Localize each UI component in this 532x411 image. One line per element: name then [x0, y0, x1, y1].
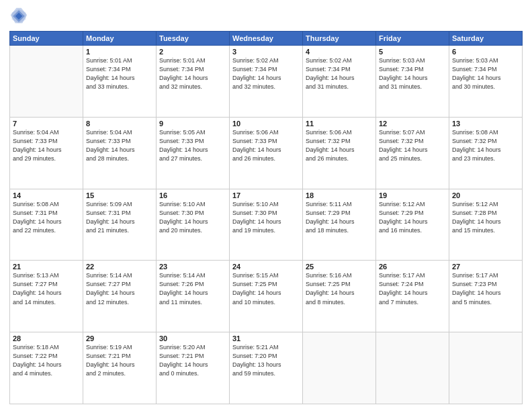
day-number: 2 — [159, 48, 226, 56]
day-cell — [303, 332, 376, 404]
day-info: Sunrise: 5:02 AMSunset: 7:34 PMDaylight:… — [306, 56, 373, 91]
day-info: Sunrise: 5:08 AMSunset: 7:32 PMDaylight:… — [452, 128, 519, 163]
header — [9, 7, 523, 26]
day-number: 11 — [306, 120, 373, 128]
day-info: Sunrise: 5:17 AMSunset: 7:24 PMDaylight:… — [379, 271, 446, 306]
day-info: Sunrise: 5:05 AMSunset: 7:33 PMDaylight:… — [159, 128, 226, 163]
day-cell: 15Sunrise: 5:09 AMSunset: 7:31 PMDayligh… — [83, 189, 157, 261]
day-cell: 29Sunrise: 5:19 AMSunset: 7:21 PMDayligh… — [83, 332, 157, 404]
day-number: 8 — [86, 120, 153, 128]
day-info: Sunrise: 5:09 AMSunset: 7:31 PMDaylight:… — [86, 200, 153, 235]
day-number: 3 — [232, 48, 300, 56]
day-info: Sunrise: 5:03 AMSunset: 7:34 PMDaylight:… — [379, 56, 446, 91]
day-cell: 16Sunrise: 5:10 AMSunset: 7:30 PMDayligh… — [157, 189, 230, 261]
day-cell: 2Sunrise: 5:01 AMSunset: 7:34 PMDaylight… — [157, 46, 230, 118]
day-info: Sunrise: 5:14 AMSunset: 7:26 PMDaylight:… — [159, 271, 226, 306]
day-cell: 3Sunrise: 5:02 AMSunset: 7:34 PMDaylight… — [230, 46, 303, 118]
day-cell: 10Sunrise: 5:06 AMSunset: 7:33 PMDayligh… — [230, 117, 303, 189]
day-number: 29 — [86, 334, 153, 342]
page: SundayMondayTuesdayWednesdayThursdayFrid… — [0, 0, 532, 411]
day-number: 28 — [13, 334, 80, 342]
day-cell: 8Sunrise: 5:04 AMSunset: 7:33 PMDaylight… — [83, 117, 157, 189]
weekday-header-tuesday: Tuesday — [157, 32, 230, 46]
calendar-body: 1Sunrise: 5:01 AMSunset: 7:34 PMDaylight… — [10, 46, 523, 404]
day-info: Sunrise: 5:08 AMSunset: 7:31 PMDaylight:… — [13, 200, 80, 235]
day-info: Sunrise: 5:01 AMSunset: 7:34 PMDaylight:… — [159, 56, 226, 91]
weekday-row: SundayMondayTuesdayWednesdayThursdayFrid… — [10, 32, 523, 46]
day-info: Sunrise: 5:12 AMSunset: 7:28 PMDaylight:… — [452, 200, 519, 235]
day-cell: 25Sunrise: 5:16 AMSunset: 7:25 PMDayligh… — [303, 261, 376, 332]
day-cell: 20Sunrise: 5:12 AMSunset: 7:28 PMDayligh… — [449, 189, 523, 261]
day-number: 7 — [13, 120, 80, 128]
day-info: Sunrise: 5:04 AMSunset: 7:33 PMDaylight:… — [13, 128, 80, 163]
weekday-header-saturday: Saturday — [449, 32, 523, 46]
day-cell: 31Sunrise: 5:21 AMSunset: 7:20 PMDayligh… — [230, 332, 303, 404]
day-cell: 14Sunrise: 5:08 AMSunset: 7:31 PMDayligh… — [10, 189, 83, 261]
week-row-1: 1Sunrise: 5:01 AMSunset: 7:34 PMDaylight… — [10, 46, 523, 118]
day-cell: 23Sunrise: 5:14 AMSunset: 7:26 PMDayligh… — [157, 261, 230, 332]
day-cell: 11Sunrise: 5:06 AMSunset: 7:32 PMDayligh… — [303, 117, 376, 189]
day-number: 14 — [13, 191, 80, 199]
day-number: 1 — [86, 48, 153, 56]
day-number: 15 — [86, 191, 153, 199]
day-cell: 9Sunrise: 5:05 AMSunset: 7:33 PMDaylight… — [157, 117, 230, 189]
logo-icon — [9, 7, 28, 26]
day-info: Sunrise: 5:16 AMSunset: 7:25 PMDaylight:… — [306, 271, 373, 306]
day-info: Sunrise: 5:01 AMSunset: 7:34 PMDaylight:… — [86, 56, 153, 91]
day-cell: 1Sunrise: 5:01 AMSunset: 7:34 PMDaylight… — [83, 46, 157, 118]
weekday-header-sunday: Sunday — [10, 32, 83, 46]
day-info: Sunrise: 5:12 AMSunset: 7:29 PMDaylight:… — [379, 200, 446, 235]
week-row-2: 7Sunrise: 5:04 AMSunset: 7:33 PMDaylight… — [10, 117, 523, 189]
day-info: Sunrise: 5:11 AMSunset: 7:29 PMDaylight:… — [306, 200, 373, 235]
day-info: Sunrise: 5:13 AMSunset: 7:27 PMDaylight:… — [13, 271, 80, 306]
weekday-header-monday: Monday — [83, 32, 157, 46]
day-info: Sunrise: 5:06 AMSunset: 7:33 PMDaylight:… — [232, 128, 300, 163]
day-cell: 18Sunrise: 5:11 AMSunset: 7:29 PMDayligh… — [303, 189, 376, 261]
day-cell: 19Sunrise: 5:12 AMSunset: 7:29 PMDayligh… — [376, 189, 449, 261]
day-info: Sunrise: 5:17 AMSunset: 7:23 PMDaylight:… — [452, 271, 519, 306]
day-number: 10 — [232, 120, 300, 128]
day-info: Sunrise: 5:07 AMSunset: 7:32 PMDaylight:… — [379, 128, 446, 163]
day-number: 4 — [306, 48, 373, 56]
day-number: 6 — [452, 48, 519, 56]
day-cell: 21Sunrise: 5:13 AMSunset: 7:27 PMDayligh… — [10, 261, 83, 332]
day-number: 5 — [379, 48, 446, 56]
day-cell: 12Sunrise: 5:07 AMSunset: 7:32 PMDayligh… — [376, 117, 449, 189]
day-number: 19 — [379, 191, 446, 199]
day-info: Sunrise: 5:02 AMSunset: 7:34 PMDaylight:… — [232, 56, 300, 91]
day-cell: 4Sunrise: 5:02 AMSunset: 7:34 PMDaylight… — [303, 46, 376, 118]
day-number: 12 — [379, 120, 446, 128]
day-cell: 22Sunrise: 5:14 AMSunset: 7:27 PMDayligh… — [83, 261, 157, 332]
day-info: Sunrise: 5:20 AMSunset: 7:21 PMDaylight:… — [159, 343, 226, 378]
day-info: Sunrise: 5:18 AMSunset: 7:22 PMDaylight:… — [13, 343, 80, 378]
weekday-header-friday: Friday — [376, 32, 449, 46]
day-info: Sunrise: 5:06 AMSunset: 7:32 PMDaylight:… — [306, 128, 373, 163]
day-number: 16 — [159, 191, 226, 199]
day-number: 20 — [452, 191, 519, 199]
day-info: Sunrise: 5:14 AMSunset: 7:27 PMDaylight:… — [86, 271, 153, 306]
day-cell: 7Sunrise: 5:04 AMSunset: 7:33 PMDaylight… — [10, 117, 83, 189]
weekday-header-thursday: Thursday — [303, 32, 376, 46]
week-row-4: 21Sunrise: 5:13 AMSunset: 7:27 PMDayligh… — [10, 261, 523, 332]
day-cell: 13Sunrise: 5:08 AMSunset: 7:32 PMDayligh… — [449, 117, 523, 189]
day-number: 31 — [232, 334, 300, 342]
day-cell — [376, 332, 449, 404]
day-cell: 6Sunrise: 5:03 AMSunset: 7:34 PMDaylight… — [449, 46, 523, 118]
day-number: 25 — [306, 263, 373, 271]
day-cell: 28Sunrise: 5:18 AMSunset: 7:22 PMDayligh… — [10, 332, 83, 404]
day-number: 21 — [13, 263, 80, 271]
day-cell: 27Sunrise: 5:17 AMSunset: 7:23 PMDayligh… — [449, 261, 523, 332]
day-info: Sunrise: 5:21 AMSunset: 7:20 PMDaylight:… — [232, 343, 300, 378]
logo — [9, 7, 31, 26]
day-number: 24 — [232, 263, 300, 271]
calendar-table: SundayMondayTuesdayWednesdayThursdayFrid… — [9, 31, 523, 404]
day-info: Sunrise: 5:15 AMSunset: 7:25 PMDaylight:… — [232, 271, 300, 306]
day-cell: 24Sunrise: 5:15 AMSunset: 7:25 PMDayligh… — [230, 261, 303, 332]
day-number: 18 — [306, 191, 373, 199]
day-number: 9 — [159, 120, 226, 128]
day-info: Sunrise: 5:19 AMSunset: 7:21 PMDaylight:… — [86, 343, 153, 378]
day-info: Sunrise: 5:10 AMSunset: 7:30 PMDaylight:… — [159, 200, 226, 235]
day-cell: 30Sunrise: 5:20 AMSunset: 7:21 PMDayligh… — [157, 332, 230, 404]
day-cell: 5Sunrise: 5:03 AMSunset: 7:34 PMDaylight… — [376, 46, 449, 118]
week-row-5: 28Sunrise: 5:18 AMSunset: 7:22 PMDayligh… — [10, 332, 523, 404]
